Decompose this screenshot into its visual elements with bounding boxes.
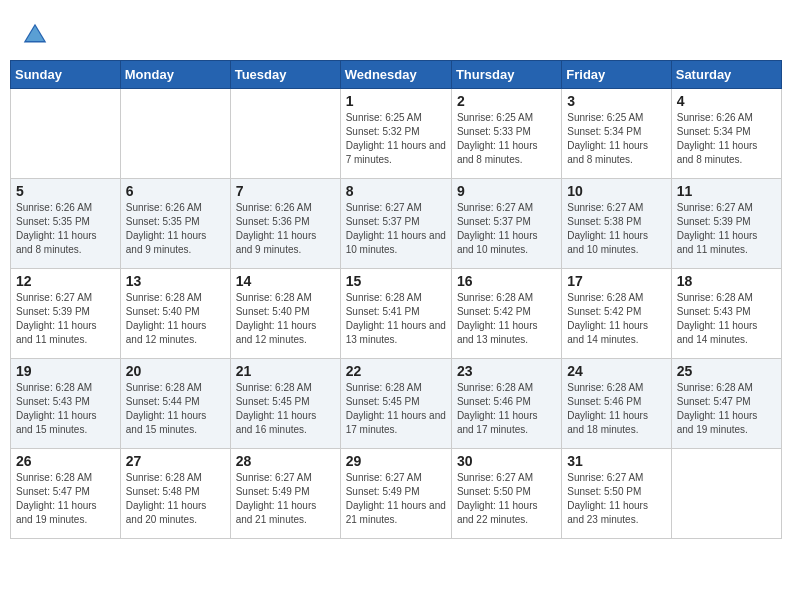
day-number: 28 (236, 453, 335, 469)
calendar-cell: 30Sunrise: 6:27 AMSunset: 5:50 PMDayligh… (451, 449, 561, 539)
calendar-cell: 18Sunrise: 6:28 AMSunset: 5:43 PMDayligh… (671, 269, 781, 359)
day-number: 14 (236, 273, 335, 289)
calendar-week-row: 12Sunrise: 6:27 AMSunset: 5:39 PMDayligh… (11, 269, 782, 359)
calendar-header-thursday: Thursday (451, 61, 561, 89)
day-number: 3 (567, 93, 665, 109)
calendar-cell: 19Sunrise: 6:28 AMSunset: 5:43 PMDayligh… (11, 359, 121, 449)
day-number: 26 (16, 453, 115, 469)
day-info: Sunrise: 6:28 AMSunset: 5:45 PMDaylight:… (236, 381, 335, 437)
day-number: 18 (677, 273, 776, 289)
day-info: Sunrise: 6:28 AMSunset: 5:41 PMDaylight:… (346, 291, 446, 347)
calendar-cell: 25Sunrise: 6:28 AMSunset: 5:47 PMDayligh… (671, 359, 781, 449)
calendar-cell: 6Sunrise: 6:26 AMSunset: 5:35 PMDaylight… (120, 179, 230, 269)
calendar-header-tuesday: Tuesday (230, 61, 340, 89)
calendar-week-row: 19Sunrise: 6:28 AMSunset: 5:43 PMDayligh… (11, 359, 782, 449)
day-info: Sunrise: 6:27 AMSunset: 5:49 PMDaylight:… (236, 471, 335, 527)
day-info: Sunrise: 6:28 AMSunset: 5:42 PMDaylight:… (567, 291, 665, 347)
day-info: Sunrise: 6:27 AMSunset: 5:50 PMDaylight:… (567, 471, 665, 527)
day-number: 13 (126, 273, 225, 289)
day-info: Sunrise: 6:28 AMSunset: 5:46 PMDaylight:… (457, 381, 556, 437)
page-header (10, 10, 782, 55)
day-number: 27 (126, 453, 225, 469)
day-info: Sunrise: 6:28 AMSunset: 5:44 PMDaylight:… (126, 381, 225, 437)
calendar-header-friday: Friday (562, 61, 671, 89)
calendar-header-row: SundayMondayTuesdayWednesdayThursdayFrid… (11, 61, 782, 89)
day-number: 4 (677, 93, 776, 109)
day-info: Sunrise: 6:25 AMSunset: 5:33 PMDaylight:… (457, 111, 556, 167)
calendar-week-row: 5Sunrise: 6:26 AMSunset: 5:35 PMDaylight… (11, 179, 782, 269)
day-number: 29 (346, 453, 446, 469)
day-info: Sunrise: 6:28 AMSunset: 5:40 PMDaylight:… (236, 291, 335, 347)
calendar-cell: 2Sunrise: 6:25 AMSunset: 5:33 PMDaylight… (451, 89, 561, 179)
calendar-cell: 24Sunrise: 6:28 AMSunset: 5:46 PMDayligh… (562, 359, 671, 449)
day-number: 15 (346, 273, 446, 289)
day-info: Sunrise: 6:27 AMSunset: 5:49 PMDaylight:… (346, 471, 446, 527)
day-number: 24 (567, 363, 665, 379)
calendar-cell: 29Sunrise: 6:27 AMSunset: 5:49 PMDayligh… (340, 449, 451, 539)
day-number: 21 (236, 363, 335, 379)
day-number: 16 (457, 273, 556, 289)
calendar-cell: 28Sunrise: 6:27 AMSunset: 5:49 PMDayligh… (230, 449, 340, 539)
day-number: 9 (457, 183, 556, 199)
calendar-header-monday: Monday (120, 61, 230, 89)
day-info: Sunrise: 6:28 AMSunset: 5:48 PMDaylight:… (126, 471, 225, 527)
day-info: Sunrise: 6:28 AMSunset: 5:46 PMDaylight:… (567, 381, 665, 437)
calendar-header-saturday: Saturday (671, 61, 781, 89)
day-number: 11 (677, 183, 776, 199)
calendar-header-sunday: Sunday (11, 61, 121, 89)
day-info: Sunrise: 6:27 AMSunset: 5:50 PMDaylight:… (457, 471, 556, 527)
svg-marker-1 (26, 26, 44, 41)
day-info: Sunrise: 6:27 AMSunset: 5:39 PMDaylight:… (677, 201, 776, 257)
calendar-cell: 8Sunrise: 6:27 AMSunset: 5:37 PMDaylight… (340, 179, 451, 269)
calendar-cell: 7Sunrise: 6:26 AMSunset: 5:36 PMDaylight… (230, 179, 340, 269)
day-info: Sunrise: 6:28 AMSunset: 5:43 PMDaylight:… (16, 381, 115, 437)
day-number: 6 (126, 183, 225, 199)
calendar-cell: 4Sunrise: 6:26 AMSunset: 5:34 PMDaylight… (671, 89, 781, 179)
calendar-cell: 15Sunrise: 6:28 AMSunset: 5:41 PMDayligh… (340, 269, 451, 359)
calendar-week-row: 1Sunrise: 6:25 AMSunset: 5:32 PMDaylight… (11, 89, 782, 179)
day-number: 31 (567, 453, 665, 469)
calendar-cell: 10Sunrise: 6:27 AMSunset: 5:38 PMDayligh… (562, 179, 671, 269)
calendar-cell (120, 89, 230, 179)
day-number: 2 (457, 93, 556, 109)
day-info: Sunrise: 6:28 AMSunset: 5:47 PMDaylight:… (677, 381, 776, 437)
calendar-cell: 13Sunrise: 6:28 AMSunset: 5:40 PMDayligh… (120, 269, 230, 359)
day-number: 5 (16, 183, 115, 199)
calendar-cell (11, 89, 121, 179)
day-number: 1 (346, 93, 446, 109)
calendar-cell: 22Sunrise: 6:28 AMSunset: 5:45 PMDayligh… (340, 359, 451, 449)
calendar-cell: 23Sunrise: 6:28 AMSunset: 5:46 PMDayligh… (451, 359, 561, 449)
calendar-table: SundayMondayTuesdayWednesdayThursdayFrid… (10, 60, 782, 539)
day-info: Sunrise: 6:27 AMSunset: 5:38 PMDaylight:… (567, 201, 665, 257)
logo-icon (20, 20, 50, 50)
calendar-cell: 20Sunrise: 6:28 AMSunset: 5:44 PMDayligh… (120, 359, 230, 449)
calendar-cell: 26Sunrise: 6:28 AMSunset: 5:47 PMDayligh… (11, 449, 121, 539)
day-info: Sunrise: 6:28 AMSunset: 5:43 PMDaylight:… (677, 291, 776, 347)
day-number: 19 (16, 363, 115, 379)
calendar-cell: 14Sunrise: 6:28 AMSunset: 5:40 PMDayligh… (230, 269, 340, 359)
calendar-cell (671, 449, 781, 539)
calendar-cell: 16Sunrise: 6:28 AMSunset: 5:42 PMDayligh… (451, 269, 561, 359)
calendar-cell: 5Sunrise: 6:26 AMSunset: 5:35 PMDaylight… (11, 179, 121, 269)
day-info: Sunrise: 6:27 AMSunset: 5:37 PMDaylight:… (457, 201, 556, 257)
day-number: 17 (567, 273, 665, 289)
day-info: Sunrise: 6:28 AMSunset: 5:40 PMDaylight:… (126, 291, 225, 347)
day-info: Sunrise: 6:28 AMSunset: 5:45 PMDaylight:… (346, 381, 446, 437)
day-number: 7 (236, 183, 335, 199)
day-number: 8 (346, 183, 446, 199)
day-number: 23 (457, 363, 556, 379)
calendar-cell: 27Sunrise: 6:28 AMSunset: 5:48 PMDayligh… (120, 449, 230, 539)
calendar-cell: 17Sunrise: 6:28 AMSunset: 5:42 PMDayligh… (562, 269, 671, 359)
day-number: 22 (346, 363, 446, 379)
day-info: Sunrise: 6:28 AMSunset: 5:42 PMDaylight:… (457, 291, 556, 347)
day-info: Sunrise: 6:26 AMSunset: 5:36 PMDaylight:… (236, 201, 335, 257)
day-number: 20 (126, 363, 225, 379)
calendar-week-row: 26Sunrise: 6:28 AMSunset: 5:47 PMDayligh… (11, 449, 782, 539)
calendar-cell: 3Sunrise: 6:25 AMSunset: 5:34 PMDaylight… (562, 89, 671, 179)
day-number: 25 (677, 363, 776, 379)
logo (20, 20, 54, 50)
calendar-cell: 9Sunrise: 6:27 AMSunset: 5:37 PMDaylight… (451, 179, 561, 269)
day-info: Sunrise: 6:26 AMSunset: 5:35 PMDaylight:… (126, 201, 225, 257)
day-info: Sunrise: 6:28 AMSunset: 5:47 PMDaylight:… (16, 471, 115, 527)
day-info: Sunrise: 6:27 AMSunset: 5:39 PMDaylight:… (16, 291, 115, 347)
